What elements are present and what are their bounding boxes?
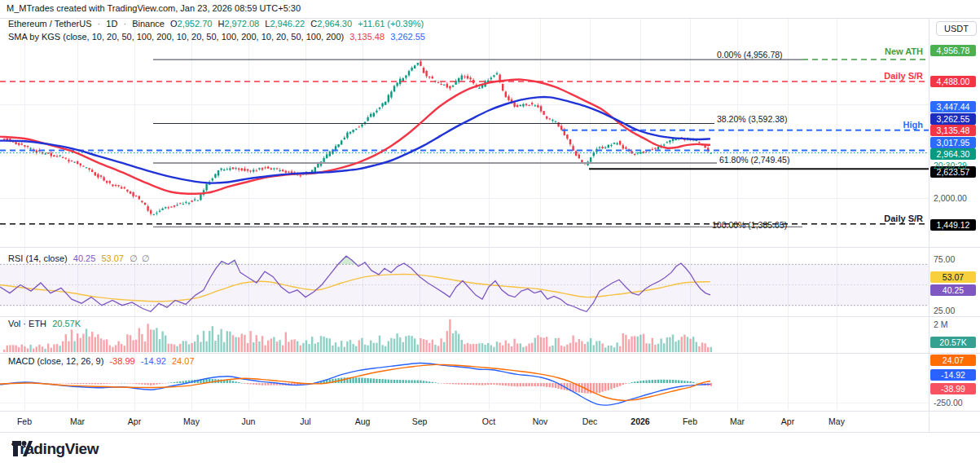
- time-axis-label: Jun: [242, 416, 256, 426]
- legend-separator: ·: [98, 19, 101, 29]
- price-axis-badge: 4,488.00: [930, 76, 976, 87]
- rsi-main-value: 40.25: [73, 253, 96, 263]
- change-value: +11.61 (+0.39%): [358, 19, 424, 29]
- time-axis-label: May: [183, 416, 200, 426]
- price-axis-label[interactable]: 2 M: [934, 319, 948, 329]
- level-name-label: Daily S/R: [884, 214, 923, 223]
- time-axis-label: Oct: [482, 416, 495, 426]
- low-value: 2,946.22: [270, 19, 305, 29]
- tradingview-chart-window: M_MTrades created with TradingView.com, …: [0, 0, 980, 467]
- time-axis-label: Apr: [781, 416, 794, 426]
- price-axis-badge: -38.99: [930, 383, 976, 394]
- price-axis-badge: 20.57K: [930, 337, 976, 348]
- volume-value: 20.57K: [52, 319, 81, 328]
- high-value: 2,972.08: [224, 19, 259, 29]
- countdown-timer: 20:30:29: [934, 161, 967, 170]
- rsi-legend[interactable]: RSI (14, close) 40.25 53.07 ∅ ∅: [8, 253, 152, 264]
- interval-label[interactable]: 1D: [106, 19, 117, 29]
- time-axis-label: Mar: [730, 416, 745, 426]
- price-axis-badge: 24.07: [930, 355, 976, 366]
- macd-signal-value: 24.07: [172, 356, 195, 366]
- time-axis-label: Sep: [412, 416, 428, 426]
- time-axis-label: Dec: [582, 416, 598, 426]
- tradingview-logo-icon: [11, 440, 33, 457]
- exchange-label[interactable]: Binance: [132, 19, 165, 29]
- price-axis-badge: 3,017.95: [930, 137, 976, 148]
- price-axis-label[interactable]: 75.00: [934, 254, 955, 264]
- sma-blue-value: 3,262.55: [390, 32, 425, 42]
- level-name-label: High: [903, 120, 923, 130]
- symbol-legend[interactable]: Ethereum / TetherUS · 1D · Binance O2,95…: [8, 19, 427, 29]
- rsi-label[interactable]: RSI (14, close): [8, 253, 68, 263]
- price-axis-badge: -14.92: [930, 369, 976, 381]
- price-axis-badge: 4,956.78: [930, 45, 976, 56]
- price-axis-badge: 3,262.55: [930, 113, 976, 125]
- price-axis-badge: 3,135.48: [930, 125, 976, 136]
- time-axis-label: 2026: [631, 416, 649, 426]
- level-name-label: Daily S/R: [884, 71, 923, 81]
- macd-line-value: -14.92: [141, 356, 166, 366]
- price-axis-label[interactable]: 25.00: [934, 306, 955, 315]
- fib-level-label: 100.00% (1,385.05): [712, 220, 787, 230]
- price-axis-label[interactable]: 2,000.00: [934, 193, 967, 203]
- time-axis-label: Feb: [17, 416, 32, 426]
- symbol-name[interactable]: Ethereum / TetherUS: [8, 19, 92, 29]
- sma-red-value: 3,135.48: [349, 32, 385, 42]
- rsi-empty-value: ∅: [142, 253, 150, 263]
- sma-indicator-legend[interactable]: SMA by KGS (close, 10, 20, 50, 100, 200,…: [8, 32, 428, 42]
- price-axis-badge: 1,449.12: [930, 219, 976, 231]
- fib-level-label: 61.80% (2,749.45): [719, 155, 789, 165]
- volume-legend[interactable]: Vol · ETH 20.57K: [8, 319, 84, 328]
- sma-label[interactable]: SMA by KGS (close, 10, 20, 50, 100, 200,…: [8, 32, 344, 42]
- time-axis-label: Aug: [355, 416, 371, 426]
- rsi-ma-value: 53.07: [101, 253, 124, 263]
- macd-label[interactable]: MACD (close, 12, 26, 9): [8, 356, 103, 366]
- price-axis-label[interactable]: -250.00: [934, 398, 963, 408]
- chart-canvas[interactable]: [0, 0, 980, 467]
- open-label: O: [170, 19, 178, 29]
- time-axis-label: Feb: [683, 416, 697, 426]
- price-axis-badge: 53.07: [930, 271, 976, 283]
- time-axis-label: Mar: [70, 416, 85, 426]
- legend-separator: ·: [123, 19, 126, 29]
- macd-hist-value: -38.99: [109, 356, 134, 366]
- open-value: 2,952.70: [178, 19, 213, 29]
- tradingview-logo[interactable]: TradingView: [11, 440, 99, 458]
- time-axis-label: Nov: [533, 416, 548, 426]
- price-axis-badge: 2,964.30: [930, 148, 976, 160]
- time-axis-label: Jul: [300, 416, 310, 426]
- macd-legend[interactable]: MACD (close, 12, 26, 9) -38.99 -14.92 24…: [8, 356, 198, 366]
- close-value: 2,964.30: [317, 19, 352, 29]
- fib-level-label: 38.20% (3,592.38): [717, 114, 787, 124]
- price-axis-badge: 40.25: [930, 284, 976, 296]
- currency-toggle-button[interactable]: USDT: [936, 21, 977, 36]
- watermark-title: M_MTrades created with TradingView.com, …: [7, 3, 301, 13]
- volume-label[interactable]: Vol · ETH: [8, 319, 46, 328]
- level-name-label: New ATH: [885, 46, 923, 56]
- time-axis-label: Apr: [128, 416, 141, 426]
- fib-level-label: 0.00% (4,956.78): [717, 50, 783, 59]
- time-axis-label: May: [828, 416, 845, 426]
- rsi-empty-value: ∅: [130, 253, 138, 263]
- price-axis-badge: 3,447.44: [930, 101, 976, 112]
